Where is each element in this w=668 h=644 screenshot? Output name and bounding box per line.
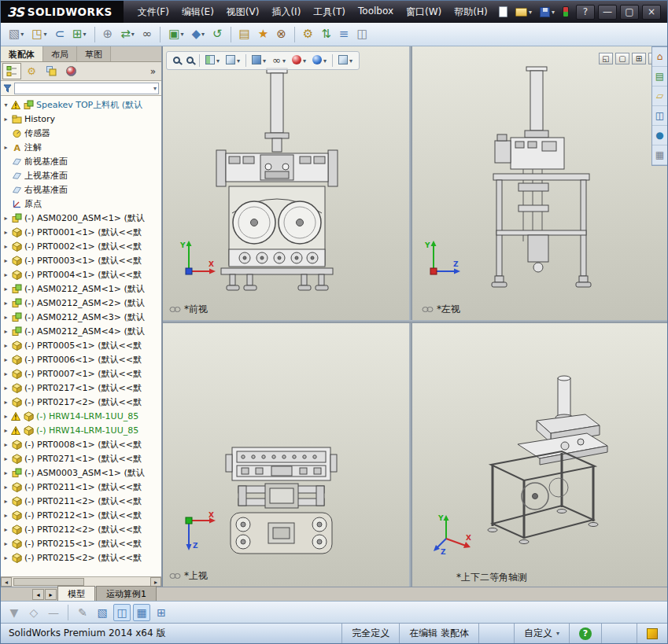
zoom-to-area-button[interactable] <box>184 53 196 68</box>
tree-item[interactable]: ▸(-) HRW14-LRM-1UU_85 <box>2 423 161 437</box>
expand-arrow-icon[interactable]: ▸ <box>2 243 9 250</box>
expand-arrow-icon[interactable]: ▸ <box>2 285 9 293</box>
filter-faces-button[interactable]: ◇ <box>25 604 42 621</box>
tab-scroll-left-button[interactable]: ◂ <box>32 589 44 600</box>
tree-item[interactable]: ▸(-) PRT0006<1> (默认<<默 <box>2 352 161 366</box>
tree-item[interactable]: ▸(-) PRT0004<1> (默认<<默 <box>2 267 161 282</box>
document-tab-运动算例1[interactable]: 运动算例1 <box>96 586 157 601</box>
grid-settings-button[interactable]: ⊞ <box>153 604 170 621</box>
view-shaded-button[interactable]: ▧ <box>94 604 111 621</box>
user-options-button[interactable] <box>561 5 570 19</box>
tree-item[interactable]: ▸(-) PRT0008<1> (默认<<默 <box>2 437 161 451</box>
tree-item[interactable]: ▸(-) PRT0002<1> (默认<<默 <box>2 239 161 253</box>
expand-arrow-icon[interactable]: ▸ <box>2 526 9 533</box>
definition-status[interactable]: 完全定义 <box>341 624 399 643</box>
panel-tab-草图[interactable]: 草图 <box>77 46 111 61</box>
reference-geometry-button[interactable]: ◆▾ <box>188 26 208 42</box>
viewport-front[interactable]: Y X *前视 <box>163 46 409 320</box>
tree-item[interactable]: ▸(-) PRT0271<1> (默认<<默 <box>2 451 161 466</box>
sketch-snaps-button[interactable]: ✎ <box>74 604 91 621</box>
panel-tab-布局[interactable]: 布局 <box>43 46 77 61</box>
appearances-scenes-tab[interactable]: ● <box>652 126 667 145</box>
update-assembly-button[interactable]: ⇅ <box>318 26 334 42</box>
tree-item[interactable]: ▸(-) ASM0212_ASM<1> (默认 <box>2 282 161 296</box>
measure-button[interactable]: ≡ <box>336 26 352 42</box>
tree-item[interactable]: 传感器 <box>2 126 161 140</box>
help-button[interactable]: ? <box>576 5 595 20</box>
viewport-left[interactable]: Y Z *左视 <box>412 46 667 320</box>
display-style-button[interactable]: ▾ <box>249 53 268 68</box>
instant3d-button[interactable]: ⚙ <box>300 26 316 42</box>
display-manager-tab[interactable] <box>61 63 80 79</box>
tab-scroll-right-button[interactable]: ▸ <box>45 589 57 600</box>
menu-item[interactable]: Toolbox <box>352 2 400 23</box>
scrollbar-thumb[interactable] <box>13 578 84 586</box>
maximize-button[interactable]: ▢ <box>620 5 639 20</box>
expand-arrow-icon[interactable]: ▸ <box>2 469 9 477</box>
view-settings-button[interactable]: ▾ <box>336 53 355 68</box>
expand-arrow-icon[interactable]: ▸ <box>2 455 9 462</box>
filter-input[interactable]: ▾ <box>14 83 159 94</box>
expand-arrow-icon[interactable]: ▸ <box>2 554 9 561</box>
tree-item[interactable]: 原点 <box>2 197 161 211</box>
menu-item[interactable]: 视图(V) <box>220 2 266 23</box>
viewport-pane-toggle-button[interactable]: ◱ <box>599 53 613 64</box>
new-motion-study-button[interactable]: ↺ <box>209 26 226 42</box>
document-tab-模型[interactable]: 模型 <box>57 586 95 601</box>
tree-item[interactable]: ▸(-) PRT0003<1> (默认<<默 <box>2 253 161 267</box>
tree-item[interactable]: ▸(-) HRW14-LRM-1UU_85 <box>2 409 161 423</box>
viewport-split-button[interactable]: ⊞ <box>632 53 646 64</box>
menu-item[interactable]: 编辑(E) <box>175 2 220 23</box>
expand-arrow-icon[interactable]: ▸ <box>2 484 9 491</box>
tag-indicator[interactable] <box>637 624 667 643</box>
insert-component-button[interactable]: ◳▾ <box>28 26 50 42</box>
expand-arrow-icon[interactable]: ▸ <box>2 215 9 222</box>
tree-item[interactable]: ▸A注解 <box>2 140 161 154</box>
expand-arrow-icon[interactable]: ▸ <box>2 300 9 307</box>
expand-arrow-icon[interactable]: ▸ <box>2 512 9 519</box>
interference-detection-button[interactable]: ⊗ <box>273 26 290 42</box>
multi-view-toggle-button[interactable]: ▦ <box>133 604 150 621</box>
view-wireframe-button[interactable]: ◫ <box>113 604 131 621</box>
tree-item[interactable]: ▸(-) PRT0211<1> (默认<<默 <box>2 480 161 494</box>
zoom-fit-button[interactable] <box>171 53 183 68</box>
tree-item[interactable]: ▸(-) PRT0215<1> (默认<<默 <box>2 536 161 550</box>
tree-item[interactable]: ▸(-) PRT0005<1> (默认<<默 <box>2 338 161 352</box>
expand-arrow-icon[interactable]: ▾ <box>2 101 9 109</box>
viewport-top[interactable]: X Z *上视 <box>163 323 409 587</box>
menu-item[interactable]: 插入(I) <box>265 2 307 23</box>
expand-arrow-icon[interactable]: ▸ <box>2 441 9 448</box>
minimize-button[interactable]: — <box>598 5 617 20</box>
tree-item[interactable]: ▸(-) ASM0200_ASM<1> (默认 <box>2 211 161 225</box>
edit-component-button[interactable]: ▧▾ <box>6 26 27 42</box>
section-view-button[interactable]: ▾ <box>203 53 222 68</box>
selection-filter-button[interactable]: ▼ <box>6 604 23 621</box>
expand-arrow-icon[interactable]: ▸ <box>2 370 9 377</box>
tree-item[interactable]: ▸(-) PRT0217<1> (默认<<默 <box>2 381 161 395</box>
tree-item[interactable]: 前视基准面 <box>2 154 161 168</box>
custom-properties-tab[interactable]: ▦ <box>652 145 667 165</box>
panel-tab-装配体[interactable]: 装配体 <box>1 46 43 61</box>
move-component-button[interactable]: ⇄▾ <box>117 26 138 42</box>
apply-scene-button[interactable]: ▾ <box>310 53 329 68</box>
menu-item[interactable]: 工具(T) <box>307 2 352 23</box>
viewport-splitter-horizontal[interactable] <box>163 320 667 323</box>
linear-component-pattern-button[interactable]: ⊞▾ <box>69 26 90 42</box>
show-hidden-components-button[interactable]: ∞ <box>139 26 156 42</box>
menu-item[interactable]: 文件(F) <box>131 2 175 23</box>
tree-item[interactable]: ▸(-) PRT0217<2> (默认<<默 <box>2 395 161 409</box>
tree-item[interactable]: 右视基准面 <box>2 182 161 197</box>
new-document-button[interactable] <box>497 5 509 19</box>
expand-arrow-icon[interactable]: ▸ <box>2 540 9 547</box>
tree-item[interactable]: ▸(-) PRT0211<2> (默认<<默 <box>2 494 161 508</box>
scroll-left-button[interactable]: ◂ <box>1 577 12 587</box>
tree-item[interactable]: ▸(-) ASM0212_ASM<2> (默认 <box>2 296 161 310</box>
open-document-button[interactable]: ▾ <box>514 6 533 18</box>
filter-edges-button[interactable]: — <box>45 604 62 621</box>
bill-of-materials-button[interactable]: ▤ <box>236 26 253 42</box>
expand-arrow-icon[interactable]: ▸ <box>2 342 9 349</box>
tree-item[interactable]: ▸(-) PRT0212<2> (默认<<默 <box>2 522 161 536</box>
edit-status[interactable]: 在编辑 装配体 <box>399 624 478 643</box>
file-explorer-tab[interactable]: ▱ <box>652 86 667 106</box>
viewport-restore-button[interactable]: ▢ <box>615 53 629 64</box>
